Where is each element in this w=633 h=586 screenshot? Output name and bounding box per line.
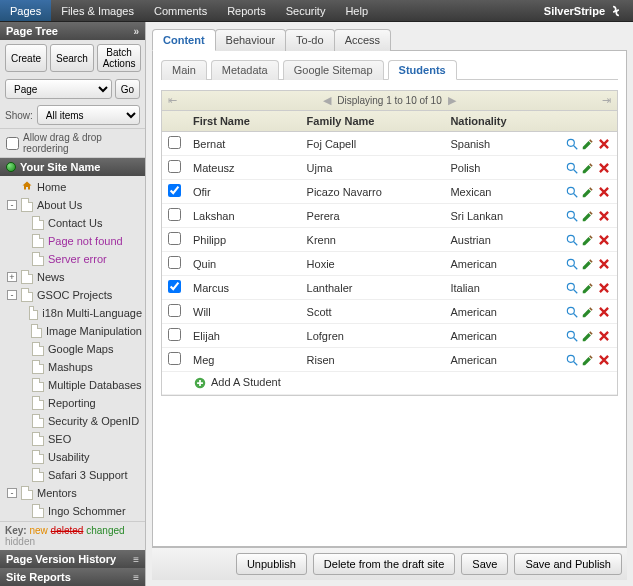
view-icon[interactable] xyxy=(565,353,579,367)
delete-icon[interactable] xyxy=(597,233,611,247)
view-icon[interactable] xyxy=(565,305,579,319)
menu-security[interactable]: Security xyxy=(276,0,336,21)
col-nationality[interactable]: Nationality xyxy=(444,111,557,132)
pager-last-icon[interactable]: ⇥ xyxy=(602,94,611,107)
col-first-name[interactable]: First Name xyxy=(187,111,301,132)
menu-comments[interactable]: Comments xyxy=(144,0,217,21)
tree-node[interactable]: SEO xyxy=(4,430,145,448)
edit-icon[interactable] xyxy=(581,305,595,319)
row-checkbox[interactable] xyxy=(168,136,181,149)
row-checkbox[interactable] xyxy=(168,232,181,245)
tree-node[interactable]: -GSOC Projects xyxy=(4,286,145,304)
allow-drag-checkbox[interactable]: Allow drag & drop reordering xyxy=(0,128,145,158)
tab-behaviour[interactable]: Behaviour xyxy=(215,29,287,51)
tree-node[interactable]: -About Us xyxy=(4,196,145,214)
tree-node[interactable]: Contact Us xyxy=(4,214,145,232)
tree-node[interactable]: Multiple Databases xyxy=(4,376,145,394)
site-root[interactable]: Your Site Name xyxy=(0,158,145,176)
delete-icon[interactable] xyxy=(597,353,611,367)
row-checkbox[interactable] xyxy=(168,208,181,221)
menu-reports[interactable]: Reports xyxy=(217,0,276,21)
collapse-icon[interactable]: - xyxy=(7,290,17,300)
tree-node[interactable]: Page not found xyxy=(4,232,145,250)
expand-icon[interactable]: ≡ xyxy=(133,554,139,565)
edit-icon[interactable] xyxy=(581,209,595,223)
edit-icon[interactable] xyxy=(581,353,595,367)
tree-node[interactable]: Server error xyxy=(4,250,145,268)
tree-node[interactable]: +News xyxy=(4,268,145,286)
row-checkbox[interactable] xyxy=(168,256,181,269)
delete-icon[interactable] xyxy=(597,257,611,271)
tab-access[interactable]: Access xyxy=(334,29,391,51)
col-family-name[interactable]: Family Name xyxy=(301,111,445,132)
tree-node[interactable]: Usability xyxy=(4,448,145,466)
tree-node[interactable]: Google Maps xyxy=(4,340,145,358)
delete-icon[interactable] xyxy=(597,305,611,319)
menu-pages[interactable]: Pages xyxy=(0,0,51,21)
search-button[interactable]: Search xyxy=(50,44,94,72)
expand-icon[interactable]: + xyxy=(7,272,17,282)
view-icon[interactable] xyxy=(565,161,579,175)
page-tree-header[interactable]: Page Tree » xyxy=(0,22,145,40)
save-button[interactable]: Save xyxy=(461,553,508,575)
unpublish-button[interactable]: Unpublish xyxy=(236,553,307,575)
subtab-main[interactable]: Main xyxy=(161,60,207,80)
tree-node[interactable]: Security & OpenID xyxy=(4,412,145,430)
edit-icon[interactable] xyxy=(581,257,595,271)
tab-todo[interactable]: To-do xyxy=(285,29,335,51)
save-publish-button[interactable]: Save and Publish xyxy=(514,553,622,575)
create-button[interactable]: Create xyxy=(5,44,47,72)
tree-node[interactable]: Image Manipulation xyxy=(4,322,145,340)
menu-files[interactable]: Files & Images xyxy=(51,0,144,21)
view-icon[interactable] xyxy=(565,185,579,199)
view-icon[interactable] xyxy=(565,137,579,151)
tree-node[interactable]: Mashups xyxy=(4,358,145,376)
subtab-students[interactable]: Students xyxy=(388,60,457,80)
view-icon[interactable] xyxy=(565,209,579,223)
collapse-icon[interactable]: - xyxy=(7,200,17,210)
tree-node[interactable]: i18n Multi-Language xyxy=(4,304,145,322)
batch-actions-button[interactable]: Batch Actions xyxy=(97,44,142,72)
tree-node[interactable]: Ingo Schommer xyxy=(4,502,145,520)
delete-icon[interactable] xyxy=(597,185,611,199)
pager-first-icon[interactable]: ⇤ xyxy=(168,94,177,107)
edit-icon[interactable] xyxy=(581,233,595,247)
menu-help[interactable]: Help xyxy=(335,0,378,21)
pager-next-icon[interactable]: ▶ xyxy=(448,94,456,107)
tree-node[interactable]: Home xyxy=(4,178,145,196)
view-icon[interactable] xyxy=(565,233,579,247)
edit-icon[interactable] xyxy=(581,137,595,151)
delete-icon[interactable] xyxy=(597,281,611,295)
view-icon[interactable] xyxy=(565,281,579,295)
row-checkbox[interactable] xyxy=(168,160,181,173)
go-button[interactable]: Go xyxy=(115,79,140,99)
subtab-metadata[interactable]: Metadata xyxy=(211,60,279,80)
edit-icon[interactable] xyxy=(581,185,595,199)
view-icon[interactable] xyxy=(565,257,579,271)
row-checkbox[interactable] xyxy=(168,184,181,197)
row-checkbox[interactable] xyxy=(168,328,181,341)
expand-icon[interactable]: ≡ xyxy=(133,572,139,583)
edit-icon[interactable] xyxy=(581,281,595,295)
pager-prev-icon[interactable]: ◀ xyxy=(323,94,331,107)
show-filter-select[interactable]: All items xyxy=(37,105,140,125)
delete-icon[interactable] xyxy=(597,137,611,151)
delete-icon[interactable] xyxy=(597,209,611,223)
add-student-row[interactable]: Add A Student xyxy=(162,372,617,395)
collapse-icon[interactable]: - xyxy=(7,488,17,498)
delete-draft-button[interactable]: Delete from the draft site xyxy=(313,553,455,575)
tab-content[interactable]: Content xyxy=(152,29,216,51)
page-version-history-panel[interactable]: Page Version History ≡ xyxy=(0,550,145,568)
page-type-select[interactable]: Page xyxy=(5,79,112,99)
view-icon[interactable] xyxy=(565,329,579,343)
row-checkbox[interactable] xyxy=(168,352,181,365)
edit-icon[interactable] xyxy=(581,161,595,175)
subtab-google-sitemap[interactable]: Google Sitemap xyxy=(283,60,384,80)
tree-node[interactable]: Safari 3 Support xyxy=(4,466,145,484)
allow-drag-input[interactable] xyxy=(6,137,19,150)
row-checkbox[interactable] xyxy=(168,280,181,293)
tree-node[interactable]: -Mentors xyxy=(4,484,145,502)
delete-icon[interactable] xyxy=(597,329,611,343)
collapse-double-icon[interactable]: » xyxy=(133,26,139,37)
row-checkbox[interactable] xyxy=(168,304,181,317)
